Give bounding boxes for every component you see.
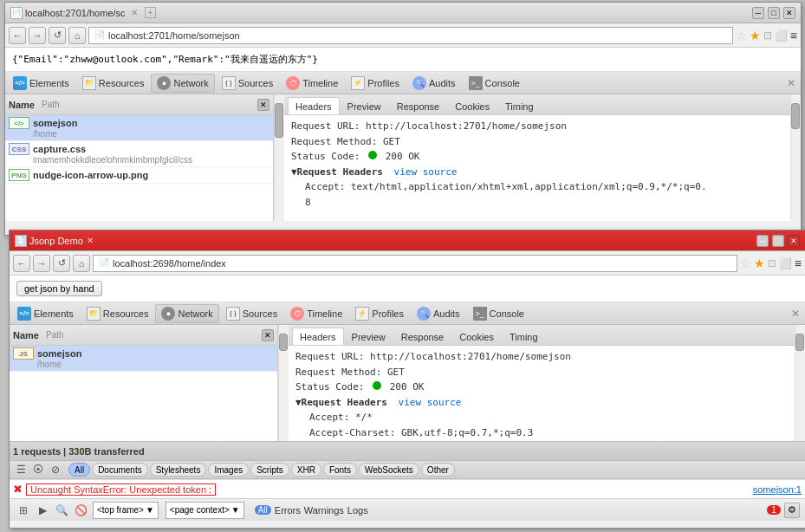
devtools-timeline-btn-2[interactable]: ⏱ Timeline bbox=[284, 304, 348, 323]
view-source-2[interactable]: view source bbox=[399, 397, 462, 408]
network-item-2[interactable]: CSS capture.css imamemhokkdleoelohnmkimb… bbox=[5, 141, 273, 167]
devtools-close-1[interactable]: ✕ bbox=[783, 75, 799, 91]
close-btn-1[interactable]: ✕ bbox=[783, 7, 795, 19]
console-icon-block[interactable]: 🚫 bbox=[72, 502, 89, 519]
console-icon-right[interactable]: ▶ bbox=[34, 502, 51, 519]
filter-scripts-btn[interactable]: Scripts bbox=[250, 463, 289, 477]
menu-icon-1[interactable]: ≡ bbox=[790, 29, 797, 42]
scrollbar-thumb-1[interactable] bbox=[275, 103, 283, 138]
logs-filter[interactable]: Logs bbox=[347, 505, 368, 516]
devtools-profiles-btn-2[interactable]: ⚡ Profiles bbox=[349, 304, 410, 323]
bookmark-star-gold-2[interactable]: ★ bbox=[754, 256, 765, 270]
devtools-resources-btn-1[interactable]: 📁 Resources bbox=[76, 74, 151, 93]
address-bar-2[interactable]: 📄 localhost:2698/home/index bbox=[93, 255, 737, 272]
errors-filter[interactable]: Errors bbox=[275, 505, 301, 516]
filter-all-btn[interactable]: All bbox=[68, 463, 90, 477]
filter-documents-btn[interactable]: Documents bbox=[92, 463, 148, 477]
reload-btn-2[interactable]: ↺ bbox=[53, 255, 70, 272]
all-badge[interactable]: All bbox=[255, 505, 271, 515]
bookmark-star-gold-1[interactable]: ★ bbox=[750, 29, 761, 42]
minimize-btn-1[interactable]: ─ bbox=[752, 7, 764, 19]
sidebar-scrollbar-2[interactable] bbox=[278, 325, 289, 441]
sidebar-close-2[interactable]: ✕ bbox=[262, 329, 274, 341]
tab-close-1[interactable]: ✕ bbox=[131, 8, 138, 17]
devtools-sources-btn-2[interactable]: { } Sources bbox=[220, 304, 283, 323]
devtools-audits-btn-2[interactable]: 🔍 Audits bbox=[411, 304, 466, 323]
devtools-sources-btn-1[interactable]: { } Sources bbox=[216, 74, 279, 93]
devtools-network-btn-1[interactable]: ● Network bbox=[151, 74, 214, 93]
sidebar-scrollbar-1[interactable] bbox=[274, 94, 284, 221]
preview-tab-2[interactable]: Preview bbox=[344, 328, 393, 345]
scrollbar-thumb-2[interactable] bbox=[279, 334, 288, 351]
devtools-console-btn-2[interactable]: >_ Console bbox=[467, 304, 530, 323]
filter-websockets-btn[interactable]: WebSockets bbox=[359, 463, 419, 477]
get-json-button[interactable]: get json by hand bbox=[16, 281, 102, 296]
details-scrollbar-thumb-1[interactable] bbox=[791, 103, 800, 129]
cast-icon-2[interactable]: ⊡ bbox=[768, 257, 776, 269]
window-icon-2[interactable]: ⬜ bbox=[779, 257, 792, 269]
path-col-header-2: Path bbox=[46, 330, 64, 340]
filter-icon-no[interactable]: ⊘ bbox=[48, 462, 63, 477]
cast-icon-1[interactable]: ⊡ bbox=[763, 29, 772, 42]
sidebar-close-1[interactable]: ✕ bbox=[257, 99, 269, 111]
tab-close-2[interactable]: ✕ bbox=[87, 236, 94, 245]
filter-fonts-btn[interactable]: Fonts bbox=[323, 463, 357, 477]
filter-images-btn[interactable]: Images bbox=[208, 463, 249, 477]
timing-tab-2[interactable]: Timing bbox=[502, 328, 546, 345]
status-code-1: Status Code: 200 OK bbox=[291, 149, 783, 165]
devtools-console-btn-1[interactable]: >_ Console bbox=[463, 74, 526, 93]
headers-tab-1[interactable]: Headers bbox=[288, 97, 340, 114]
window-icon-1[interactable]: ⬜ bbox=[775, 29, 788, 42]
home-btn-2[interactable]: ⌂ bbox=[73, 255, 90, 272]
filter-icon-list[interactable]: ☰ bbox=[13, 462, 29, 477]
bookmark-star-1[interactable]: ☆ bbox=[736, 29, 747, 42]
devtools-network-btn-2[interactable]: ● Network bbox=[155, 304, 218, 323]
network-item-3[interactable]: PNG nudge-icon-arrow-up.png bbox=[5, 167, 273, 184]
view-source-1[interactable]: view source bbox=[394, 166, 458, 178]
forward-btn-2[interactable]: → bbox=[33, 255, 50, 272]
warnings-filter[interactable]: Warnings bbox=[304, 505, 344, 516]
filter-stylesheets-btn[interactable]: Stylesheets bbox=[150, 463, 207, 477]
console-icon-search[interactable]: 🔍 bbox=[53, 502, 70, 519]
address-bar-1[interactable]: 📄 localhost:2701/home/somejson bbox=[88, 27, 733, 44]
maximize-btn-1[interactable]: □ bbox=[768, 7, 780, 19]
frame-selector[interactable]: <top frame> ▼ bbox=[93, 502, 159, 519]
forward-btn-1[interactable]: → bbox=[29, 27, 46, 44]
menu-icon-2[interactable]: ≡ bbox=[795, 256, 802, 270]
devtools-elements-btn-1[interactable]: </> Elements bbox=[7, 74, 75, 93]
devtools-elements-btn-2[interactable]: </> Elements bbox=[11, 304, 80, 323]
bookmark-star-2[interactable]: ☆ bbox=[740, 256, 751, 270]
filter-other-btn[interactable]: Other bbox=[421, 463, 455, 477]
devtools-close-2[interactable]: ✕ bbox=[788, 306, 803, 321]
timing-tab-1[interactable]: Timing bbox=[497, 97, 542, 114]
response-tab-2[interactable]: Response bbox=[393, 328, 452, 345]
home-btn-1[interactable]: ⌂ bbox=[68, 27, 86, 44]
filter-xhr-btn[interactable]: XHR bbox=[291, 463, 321, 477]
cookies-tab-2[interactable]: Cookies bbox=[451, 328, 502, 345]
context-selector[interactable]: <page context> ▼ bbox=[166, 502, 244, 519]
devtools-resources-btn-2[interactable]: 📁 Resources bbox=[81, 304, 155, 323]
close-btn-2[interactable]: ✕ bbox=[788, 235, 800, 247]
network-item-1[interactable]: </> somejson /home bbox=[5, 115, 273, 141]
back-btn-1[interactable]: ← bbox=[9, 27, 26, 44]
new-tab-btn-1[interactable]: + bbox=[145, 7, 157, 18]
devtools-audits-btn-1[interactable]: 🔍 Audits bbox=[406, 74, 462, 93]
console-icon-terminal[interactable]: ⊞ bbox=[15, 502, 32, 519]
maximize-btn-2[interactable]: □ bbox=[772, 235, 784, 247]
details-scrollbar-1[interactable] bbox=[790, 94, 801, 221]
network-item-2-1[interactable]: JS somejson /home bbox=[10, 346, 277, 372]
back-btn-2[interactable]: ← bbox=[13, 255, 30, 272]
filter-icon-dot[interactable]: ⦿ bbox=[30, 462, 46, 477]
details-scrollbar-thumb-2[interactable] bbox=[795, 334, 804, 351]
error-source-2[interactable]: somejson:1 bbox=[753, 484, 802, 495]
settings-gear-icon[interactable]: ⚙ bbox=[784, 503, 800, 518]
response-tab-1[interactable]: Response bbox=[389, 97, 448, 114]
details-scrollbar-2[interactable] bbox=[795, 325, 805, 441]
cookies-tab-1[interactable]: Cookies bbox=[447, 97, 497, 114]
headers-tab-2[interactable]: Headers bbox=[292, 328, 344, 345]
devtools-timeline-btn-1[interactable]: ⏱ Timeline bbox=[280, 74, 344, 93]
reload-btn-1[interactable]: ↺ bbox=[49, 27, 66, 44]
preview-tab-1[interactable]: Preview bbox=[340, 97, 389, 114]
minimize-btn-2[interactable]: ─ bbox=[756, 235, 769, 247]
devtools-profiles-btn-1[interactable]: ⚡ Profiles bbox=[345, 74, 406, 93]
